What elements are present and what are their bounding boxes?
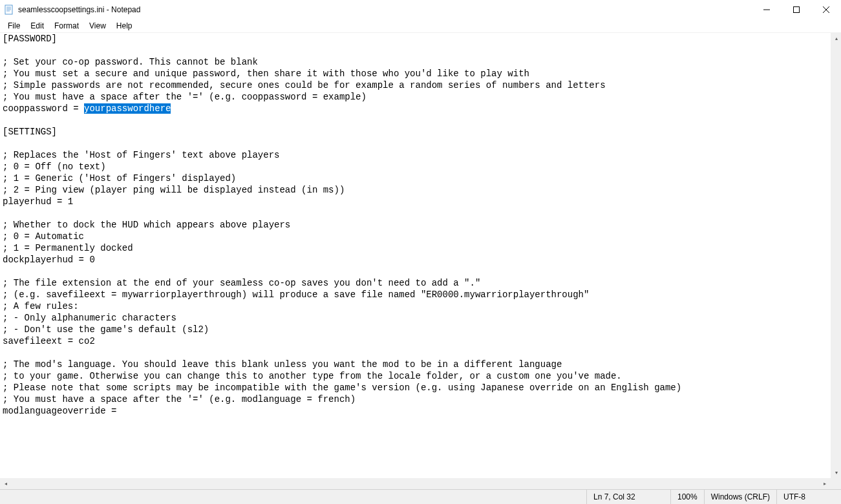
scroll-right-icon[interactable]: ▸ (819, 478, 830, 489)
notepad-icon (4, 5, 14, 15)
editor-area: [PASSWORD] ; Set your co-op password. Th… (0, 32, 841, 478)
svg-rect-6 (794, 7, 800, 13)
status-zoom: 100% (670, 490, 704, 504)
menu-view[interactable]: View (84, 21, 111, 31)
status-eol: Windows (CRLF) (704, 490, 776, 504)
window-title: seamlesscoopsettings.ini - Notepad (18, 5, 752, 14)
selected-text[interactable]: yourpasswordhere (84, 103, 171, 114)
menu-edit[interactable]: Edit (25, 21, 49, 31)
status-position: Ln 7, Col 32 (586, 490, 670, 504)
minimize-button[interactable] (752, 0, 782, 19)
menu-file[interactable]: File (3, 21, 25, 31)
horizontal-scrollbar[interactable]: ◂ ▸ (0, 478, 841, 489)
statusbar: Ln 7, Col 32 100% Windows (CRLF) UTF-8 (0, 489, 841, 504)
close-button[interactable] (811, 0, 841, 19)
titlebar: seamlesscoopsettings.ini - Notepad (0, 0, 841, 19)
scroll-left-icon[interactable]: ◂ (0, 478, 11, 489)
menubar: File Edit Format View Help (0, 19, 841, 32)
window-controls (752, 0, 841, 19)
vertical-scrollbar[interactable]: ▴ ▾ (830, 33, 841, 478)
maximize-button[interactable] (782, 0, 811, 19)
scroll-down-icon[interactable]: ▾ (831, 467, 841, 478)
scroll-up-icon[interactable]: ▴ (831, 33, 841, 44)
menu-format[interactable]: Format (49, 21, 84, 31)
scrollbar-corner (830, 478, 841, 489)
menu-help[interactable]: Help (111, 21, 138, 31)
text-editor[interactable]: [PASSWORD] ; Set your co-op password. Th… (0, 33, 830, 478)
status-encoding: UTF-8 (776, 490, 841, 504)
